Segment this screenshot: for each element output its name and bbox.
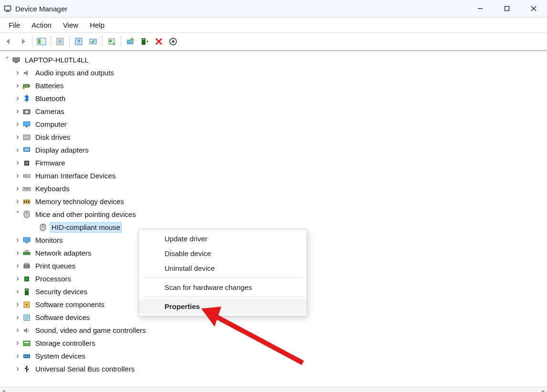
svg-rect-25: [23, 84, 29, 87]
menu-help[interactable]: Help: [84, 19, 110, 31]
tree-category-2[interactable]: Bluetooth: [1, 92, 547, 105]
tree-chevron-icon[interactable]: [13, 300, 22, 309]
tree-chevron-icon[interactable]: [13, 351, 22, 361]
tree-category-22[interactable]: Universal Serial Bus controllers: [1, 362, 547, 375]
toolbar-separator: [32, 36, 32, 47]
toolbar-add-legacy-button[interactable]: [105, 35, 118, 48]
minimize-button[interactable]: [467, 0, 494, 17]
toolbar-properties-button[interactable]: [53, 35, 67, 48]
toolbar: ?: [0, 32, 547, 51]
svg-rect-1: [5, 7, 10, 10]
toolbar-separator: [51, 36, 51, 47]
tree-chevron-icon[interactable]: [13, 210, 22, 219]
tree-chevron-icon[interactable]: [13, 158, 22, 167]
menu-action[interactable]: Action: [26, 19, 57, 31]
toolbar-back-button[interactable]: [2, 35, 15, 48]
context-disable-device[interactable]: Disable device: [139, 246, 307, 261]
toolbar-forward-button[interactable]: [16, 35, 30, 48]
tree-category-4[interactable]: Computer: [1, 118, 547, 131]
tree-chevron-icon[interactable]: [13, 145, 22, 155]
mouse-icon: [22, 210, 31, 219]
tree-chevron-icon[interactable]: [13, 81, 22, 90]
context-separator: [143, 297, 303, 297]
tree-chevron-icon[interactable]: [13, 339, 22, 348]
tree-chevron-icon[interactable]: [13, 313, 22, 322]
svg-rect-8: [38, 39, 41, 44]
tree-chevron-icon[interactable]: [13, 364, 22, 373]
toolbar-update-driver-button[interactable]: [124, 35, 137, 48]
toolbar-scan-button[interactable]: [86, 35, 100, 48]
context-scan-hardware[interactable]: Scan for hardware changes: [139, 280, 307, 295]
tree-root-node[interactable]: LAPTOP-HL0TL4LL: [1, 53, 547, 66]
tree-node-label: Cameras: [34, 107, 65, 116]
toolbar-uninstall-button[interactable]: [138, 35, 151, 48]
scroll-right-icon[interactable]: ►: [541, 388, 546, 392]
menubar: File Action View Help: [0, 18, 547, 32]
printer-icon: [22, 261, 31, 271]
toolbar-show-hide-tree-button[interactable]: [35, 35, 48, 48]
horizontal-scrollbar[interactable]: ◄ ►: [0, 387, 547, 392]
tree-chevron-icon[interactable]: [13, 261, 22, 270]
tree-category-0[interactable]: Audio inputs and outputs: [1, 66, 547, 79]
scroll-left-icon[interactable]: ◄: [1, 388, 6, 392]
menu-view[interactable]: View: [57, 19, 84, 31]
svg-rect-54: [25, 263, 29, 265]
svg-point-60: [26, 304, 28, 306]
tree-chevron-icon[interactable]: [13, 120, 22, 129]
tree-category-11[interactable]: Mice and other pointing devices: [1, 208, 547, 221]
svg-rect-23: [13, 58, 20, 62]
maximize-button[interactable]: [494, 0, 520, 17]
tree-category-9[interactable]: Keyboards: [1, 182, 547, 195]
tree-category-7[interactable]: Firmware: [1, 156, 547, 169]
tree-chevron-icon[interactable]: [13, 248, 22, 258]
toolbar-disable-button[interactable]: [152, 35, 165, 48]
context-uninstall-device[interactable]: Uninstall device: [139, 261, 307, 276]
context-menu: Update driver Disable device Uninstall d…: [138, 229, 307, 316]
tree-chevron-icon[interactable]: [13, 236, 22, 245]
tree-category-20[interactable]: Storage controllers: [1, 337, 547, 350]
tree-chevron-icon[interactable]: [13, 326, 22, 335]
hid-icon: [22, 171, 31, 181]
tree-category-8[interactable]: Human Interface Devices: [1, 169, 547, 182]
tree-category-21[interactable]: System devices: [1, 350, 547, 362]
toolbar-help-button[interactable]: ?: [72, 35, 85, 48]
tree-chevron-icon[interactable]: [13, 107, 22, 116]
tree-node-label: Batteries: [34, 81, 64, 91]
tree-category-5[interactable]: Disk drives: [1, 131, 547, 144]
close-button[interactable]: [520, 0, 547, 17]
device-tree[interactable]: LAPTOP-HL0TL4LLAudio inputs and outputsB…: [0, 52, 547, 375]
tree-chevron-icon[interactable]: [13, 94, 22, 103]
svg-rect-49: [23, 237, 30, 242]
context-separator: [143, 278, 303, 278]
tree-chevron-icon[interactable]: [3, 55, 11, 64]
svg-rect-4: [505, 7, 509, 11]
tree-node-label: Mice and other pointing devices: [34, 210, 137, 219]
tree-chevron-icon[interactable]: [13, 287, 22, 296]
menu-file[interactable]: File: [3, 19, 26, 31]
toolbar-action-button[interactable]: [166, 35, 180, 48]
tree-chevron-icon[interactable]: [13, 197, 22, 206]
tree-node-label: Monitors: [34, 236, 64, 245]
svg-rect-63: [23, 341, 30, 346]
security-icon: [22, 287, 31, 297]
tree-chevron-icon[interactable]: [13, 171, 22, 180]
svg-point-39: [26, 175, 27, 176]
tree-chevron-icon[interactable]: [13, 133, 22, 142]
tree-chevron-icon[interactable]: [13, 68, 22, 77]
tree-category-10[interactable]: Memory technology devices: [1, 195, 547, 208]
window-title: Device Manager: [15, 5, 67, 13]
tree-category-3[interactable]: Cameras: [1, 105, 547, 118]
context-update-driver[interactable]: Update driver: [139, 231, 307, 246]
svg-rect-24: [15, 62, 18, 63]
svg-rect-34: [24, 148, 29, 151]
cpu-icon: [22, 274, 31, 284]
tree-category-19[interactable]: Sound, video and game controllers: [1, 324, 547, 337]
tree-chevron-icon[interactable]: [13, 184, 22, 193]
computer-icon: [11, 55, 21, 65]
tree-category-1[interactable]: Batteries: [1, 79, 547, 92]
tree-category-6[interactable]: Display adapters: [1, 144, 547, 156]
context-properties[interactable]: Properties: [139, 299, 307, 314]
software-icon: [22, 313, 31, 322]
sound-icon: [22, 326, 31, 335]
tree-chevron-icon[interactable]: [13, 274, 22, 283]
